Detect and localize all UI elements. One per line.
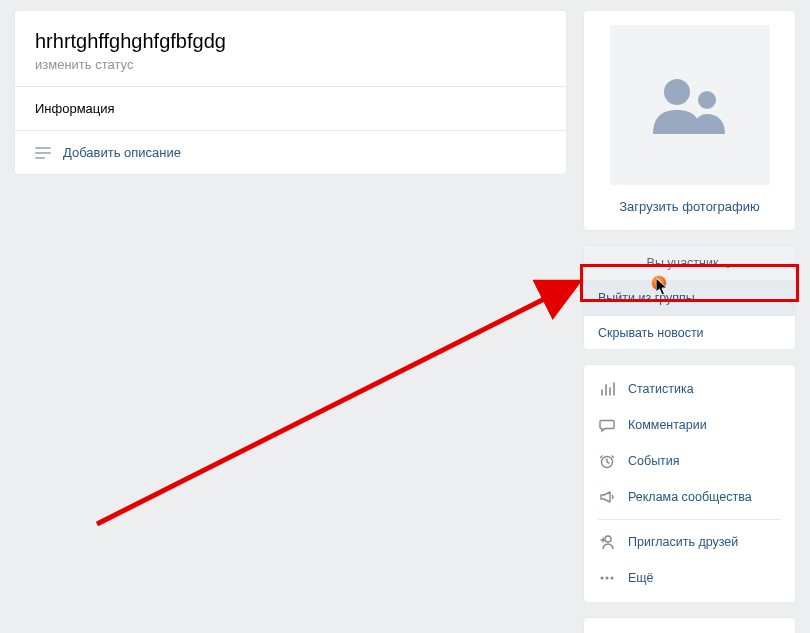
- menu-stats[interactable]: Статистика: [584, 371, 795, 407]
- svg-point-8: [601, 577, 604, 580]
- camera-placeholder-icon: [645, 70, 735, 140]
- add-description-link[interactable]: Добавить описание: [63, 145, 181, 160]
- photo-card: Загрузить фотографию: [583, 10, 796, 231]
- member-button[interactable]: Вы участник: [584, 246, 795, 281]
- privacy-card: Это частная группа: [583, 617, 796, 633]
- menu-events-label: События: [628, 454, 680, 468]
- dropdown-leave-group[interactable]: Выйти из группы: [584, 281, 795, 315]
- menu-more[interactable]: Ещё: [584, 560, 795, 596]
- menu-comments[interactable]: Комментарии: [584, 407, 795, 443]
- menu-ads[interactable]: Реклама сообщества: [584, 479, 795, 515]
- menu-more-label: Ещё: [628, 571, 654, 585]
- dropdown-leave-label: Выйти из группы: [598, 291, 695, 305]
- svg-point-1: [698, 91, 716, 109]
- dropdown-hide-news-label: Скрывать новости: [598, 326, 704, 340]
- svg-point-7: [605, 536, 611, 542]
- sidebar: Загрузить фотографию Вы участник Выйти и…: [583, 10, 796, 633]
- more-icon: [598, 569, 616, 587]
- main-card: hrhrtghffghghfgfbfgdg изменить статус Ин…: [14, 10, 567, 175]
- events-icon: [598, 452, 616, 470]
- menu-events[interactable]: События: [584, 443, 795, 479]
- svg-point-10: [611, 577, 614, 580]
- group-title: hrhrtghffghghfgfbfgdg: [35, 29, 546, 53]
- menu-separator: [598, 519, 781, 520]
- menu-ads-label: Реклама сообщества: [628, 490, 752, 504]
- megaphone-icon: [598, 488, 616, 506]
- menu-invite-label: Пригласить друзей: [628, 535, 738, 549]
- svg-line-12: [97, 283, 576, 524]
- description-icon: [35, 145, 51, 160]
- menu-comments-label: Комментарии: [628, 418, 707, 432]
- chevron-down-icon: [724, 259, 732, 267]
- svg-point-0: [664, 79, 690, 105]
- menu-invite[interactable]: Пригласить друзей: [584, 524, 795, 560]
- group-photo-placeholder[interactable]: [610, 25, 770, 185]
- comments-icon: [598, 416, 616, 434]
- upload-photo-link[interactable]: Загрузить фотографию: [598, 199, 781, 214]
- info-header: Информация: [15, 87, 566, 131]
- menu-card: Статистика Комментарии События Реклама с…: [583, 364, 796, 603]
- dropdown-hide-news[interactable]: Скрывать новости: [584, 315, 795, 349]
- stats-icon: [598, 380, 616, 398]
- change-status-link[interactable]: изменить статус: [35, 57, 546, 72]
- add-description-row[interactable]: Добавить описание: [15, 131, 566, 174]
- member-button-label: Вы участник: [647, 256, 719, 270]
- main-header: hrhrtghffghghfgfbfgdg изменить статус: [15, 11, 566, 87]
- menu-stats-label: Статистика: [628, 382, 694, 396]
- svg-point-9: [606, 577, 609, 580]
- invite-icon: [598, 533, 616, 551]
- member-card: Вы участник Выйти из группы Скрывать нов…: [583, 245, 796, 350]
